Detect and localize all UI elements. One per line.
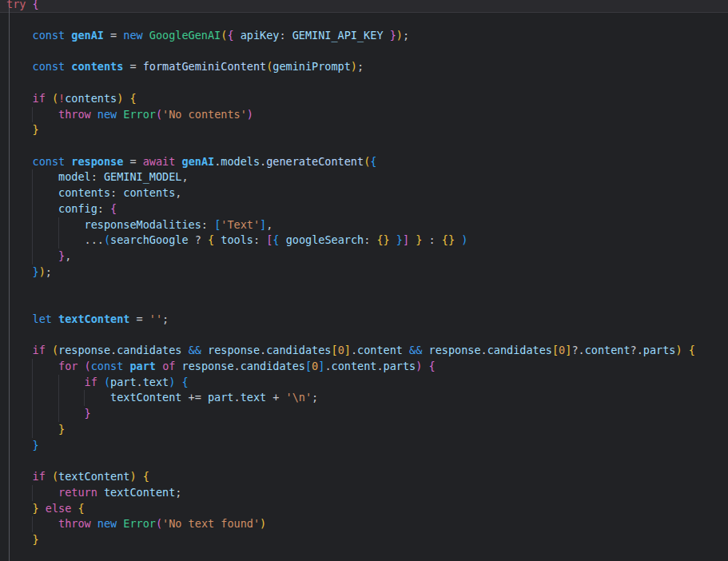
token: = xyxy=(104,29,123,42)
token: } xyxy=(33,265,39,278)
token: geminiPrompt xyxy=(273,60,351,73)
token: . xyxy=(481,344,487,356)
token xyxy=(422,344,428,356)
token: Error xyxy=(123,517,156,530)
code-line[interactable]: try { xyxy=(0,0,728,12)
token: '\n' xyxy=(286,391,312,404)
token: } xyxy=(85,407,91,420)
code-line[interactable]: let textContent = ''; xyxy=(0,312,728,328)
token: , xyxy=(65,249,71,262)
code-line[interactable]: model: GEMINI_MODEL, xyxy=(0,169,728,185)
token: if xyxy=(33,92,52,105)
token xyxy=(137,470,143,483)
token: throw xyxy=(58,517,97,530)
code-line[interactable]: config: { xyxy=(0,201,728,217)
token: textContent xyxy=(58,312,129,325)
code-line[interactable]: throw new Error('No contents') xyxy=(0,107,728,123)
token xyxy=(6,233,85,246)
code-line[interactable]: const genAI = new GoogleGenAI({ apiKey: … xyxy=(0,28,728,44)
token: contents xyxy=(71,60,123,73)
token: apiKey xyxy=(241,29,280,42)
token: text xyxy=(241,391,267,404)
code-line[interactable]: }); xyxy=(0,265,728,280)
token: content xyxy=(332,360,377,372)
token xyxy=(182,344,189,356)
code-line[interactable]: if (part.text) { xyxy=(0,375,728,391)
token: . xyxy=(233,391,240,404)
token: ) xyxy=(351,60,357,73)
token: throw xyxy=(58,108,97,121)
code-line[interactable] xyxy=(0,280,728,296)
token: ) xyxy=(39,265,46,278)
token xyxy=(156,360,162,372)
code-line[interactable]: } xyxy=(0,438,728,454)
code-line[interactable] xyxy=(0,75,728,91)
code-line[interactable]: return textContent; xyxy=(0,485,728,501)
token: } xyxy=(58,423,65,436)
token: , xyxy=(266,218,273,231)
token: new xyxy=(97,517,124,530)
token: } xyxy=(33,533,39,546)
code-line[interactable] xyxy=(0,138,728,154)
token: content xyxy=(357,344,403,356)
code-line[interactable]: ...(searchGoogle ? { tools: [{ googleSea… xyxy=(0,233,728,249)
token: : xyxy=(364,233,376,246)
indent-guide xyxy=(32,233,33,249)
code-line[interactable]: const contents = formatGeminiContent(gem… xyxy=(0,59,728,75)
code-line[interactable] xyxy=(0,453,728,469)
token: ; xyxy=(312,391,318,404)
token: const xyxy=(91,360,130,372)
code-line[interactable]: textContent += part.text + '\n'; xyxy=(0,390,728,406)
code-line[interactable]: } xyxy=(0,422,728,438)
token: ; xyxy=(162,312,169,325)
indent-guide xyxy=(32,249,33,265)
code-line[interactable]: responseModalities: ['Text'], xyxy=(0,217,728,233)
token: response xyxy=(208,344,260,356)
token: { xyxy=(182,376,189,388)
token: : xyxy=(253,233,266,246)
code-line[interactable]: for (const part of response.candidates[0… xyxy=(0,359,728,375)
code-line[interactable]: } xyxy=(0,406,728,422)
code-line[interactable] xyxy=(0,12,728,28)
token: [ xyxy=(552,344,559,356)
token xyxy=(682,344,689,356)
token: await xyxy=(143,155,182,168)
token xyxy=(234,29,241,42)
code-line[interactable]: throw new Error('No text found') xyxy=(0,516,728,532)
code-line[interactable] xyxy=(0,296,728,312)
code-line[interactable] xyxy=(0,44,728,60)
token: { xyxy=(227,29,233,42)
token: formatGeminiContent xyxy=(143,60,266,73)
code-line[interactable]: contents: contents, xyxy=(0,185,728,201)
code-line[interactable]: } xyxy=(0,532,728,548)
indent-guide xyxy=(32,217,33,233)
code-line[interactable]: } else { xyxy=(0,501,728,517)
token xyxy=(6,344,33,356)
code-line[interactable]: if (textContent) { xyxy=(0,469,728,485)
token: { xyxy=(689,344,695,356)
token: } xyxy=(33,123,39,136)
token xyxy=(6,60,33,73)
token: : xyxy=(97,202,110,215)
code-line[interactable]: } xyxy=(0,122,728,138)
token: tools xyxy=(221,233,253,246)
code-line[interactable]: }, xyxy=(0,249,728,265)
token: textContent xyxy=(110,391,181,404)
token: if xyxy=(33,344,52,356)
token: : xyxy=(91,170,104,183)
token xyxy=(6,92,33,105)
code-line[interactable]: if (!contents) { xyxy=(0,91,728,107)
indent-guide xyxy=(58,217,59,233)
token: && xyxy=(409,344,422,356)
token: ; xyxy=(46,265,52,278)
code-line[interactable]: if (response.candidates && response.cand… xyxy=(0,343,728,359)
code-line[interactable]: const response = await genAI.models.gene… xyxy=(0,154,728,170)
token: ( xyxy=(85,360,91,372)
indent-guide xyxy=(32,169,33,185)
code-line[interactable] xyxy=(0,328,728,344)
indent-guide xyxy=(32,107,33,123)
token: candidates xyxy=(117,344,181,356)
token: + xyxy=(266,391,285,404)
code-editor[interactable]: try { const genAI = new GoogleGenAI({ ap… xyxy=(0,0,728,561)
token: { xyxy=(370,155,376,168)
